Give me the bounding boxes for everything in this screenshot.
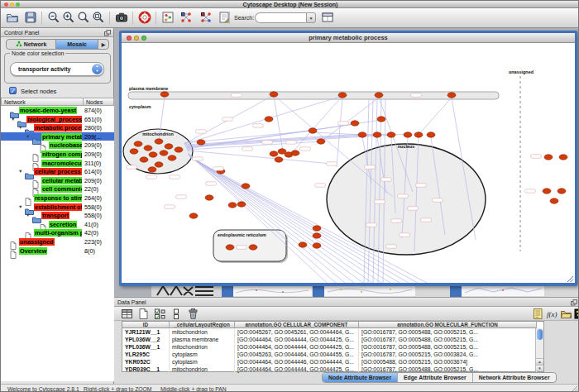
tree-row[interactable]: Overview8(0) [1, 246, 114, 256]
import-attributes-icon[interactable] [560, 308, 572, 320]
table-row[interactable]: YJR121W__1mitochondrion[GO:0045267, GO:0… [122, 328, 536, 336]
table-row[interactable]: YPL036W__1mitochondrion[GO:0044464, GO:0… [122, 343, 536, 351]
graph-node[interactable] [237, 202, 246, 207]
table-column-header[interactable]: annotation.GO MOLECULAR_FUNCTION [359, 322, 537, 328]
graph-node[interactable] [317, 139, 325, 144]
table-cell[interactable]: YDR039C__1 [122, 366, 170, 373]
table-cell[interactable]: plasma membrane [170, 336, 235, 343]
scrollbar-thumb[interactable] [537, 329, 543, 340]
disclosure-triangle-icon[interactable]: ▼ [11, 116, 15, 123]
network-canvas[interactable]: plasma membranecytoplasmmitochondrionnuc… [122, 43, 575, 283]
table-cell[interactable]: [GO:0016787, GO:0005488, GO:0005215, G..… [359, 336, 537, 343]
graph-node[interactable] [134, 141, 142, 146]
graph-node[interactable] [373, 132, 381, 137]
scroll-down-icon[interactable]: ▼ [536, 365, 543, 371]
open-icon[interactable] [6, 11, 21, 26]
disclosure-triangle-icon[interactable]: ▼ [18, 124, 22, 131]
table-cell[interactable]: mitochondrion [170, 343, 235, 351]
layout-nodes-icon[interactable] [179, 11, 194, 26]
graph-node[interactable] [275, 157, 283, 162]
tree-row[interactable]: cell communicati22(0) [1, 184, 114, 194]
tree-row[interactable]: ▼establishment of lo558(0) [1, 203, 114, 212]
graph-node[interactable] [155, 139, 163, 144]
zoom-in-icon[interactable] [62, 11, 77, 26]
graph-node[interactable] [447, 93, 456, 98]
graph-node[interactable] [165, 144, 173, 149]
graph-node[interactable] [265, 117, 273, 122]
tree-row[interactable]: ▼cellular process614(0) [1, 167, 114, 176]
graph-node[interactable] [543, 189, 551, 194]
graph-node[interactable] [338, 93, 347, 98]
annotation-icon[interactable] [218, 11, 232, 26]
table-column-header[interactable]: _cellularLayoutRegion [170, 322, 235, 328]
graph-node[interactable] [313, 233, 321, 238]
table-cell[interactable]: YPL036W__1 [122, 343, 170, 351]
table-scrollbar[interactable]: ▲▼ [535, 328, 543, 371]
tree-row[interactable]: ▼transport558(0) [1, 211, 114, 220]
new-attribute-icon[interactable] [137, 308, 150, 320]
tree-row[interactable]: macromolecule311(0) [1, 159, 114, 168]
graph-node[interactable] [377, 117, 385, 122]
graph-node[interactable] [168, 155, 176, 160]
attribute-matrix-icon[interactable] [574, 308, 579, 320]
graph-node[interactable] [550, 198, 558, 203]
graph-node[interactable] [140, 157, 148, 162]
graph-node[interactable] [226, 245, 234, 250]
disclosure-triangle-icon[interactable]: ▼ [26, 212, 30, 219]
layout-edges-icon[interactable] [199, 11, 214, 26]
graph-node[interactable] [249, 245, 257, 250]
graph-node[interactable] [309, 128, 317, 133]
float-panel-icon[interactable] [104, 30, 111, 39]
graph-node[interactable] [557, 189, 566, 194]
tab-edge-attribute-browser[interactable]: Edge Attribute Browser [397, 373, 472, 382]
graph-node[interactable] [242, 184, 250, 189]
graph-node[interactable] [559, 155, 567, 160]
table-cell[interactable]: [GO:0044464, GO:0044446, GO:0044444, G..… [235, 358, 359, 366]
select-attributes-icon[interactable] [154, 308, 166, 320]
scroll-up-icon[interactable]: ▲ [536, 358, 543, 365]
graph-node[interactable] [175, 147, 183, 152]
zoom-out-icon[interactable] [47, 11, 62, 26]
search-combo-arrow-icon[interactable]: ▼ [306, 12, 316, 23]
tree-row[interactable]: secretion41(0) [1, 220, 114, 229]
graph-node[interactable] [291, 151, 299, 155]
tree-row[interactable]: response to stimulu264(0) [1, 194, 114, 203]
delete-attribute-icon[interactable] [187, 308, 199, 320]
attribute-editor-icon[interactable] [321, 11, 336, 26]
graph-node[interactable] [313, 243, 321, 248]
graph-node[interactable] [358, 132, 366, 137]
graph-node[interactable] [149, 152, 157, 157]
graph-node[interactable] [205, 195, 213, 200]
tab-network-attribute-browser[interactable]: Network Attribute Browser [472, 373, 556, 382]
table-cell[interactable]: [GO:0016787, GO:0005488, GO:0005215, G..… [359, 328, 537, 336]
graph-node[interactable] [130, 149, 138, 154]
zoom-fit-icon[interactable] [77, 11, 92, 26]
graph-node[interactable] [414, 132, 423, 137]
table-cell[interactable]: cytoplasm [170, 358, 235, 366]
tree-row[interactable]: ▼biological_process651(0) [1, 115, 114, 124]
tree-row[interactable]: ▼metabolic process280(0) [1, 123, 114, 132]
table-cell[interactable]: [GO:0005488, GO:0005215, GO:0003674] [359, 358, 537, 366]
report-icon[interactable] [532, 308, 544, 320]
table-cell[interactable]: YLR295C [122, 351, 170, 358]
graph-node[interactable] [155, 162, 163, 167]
table-cell[interactable]: [GO:0045267, GO:0045261, GO:0044464, G..… [235, 328, 359, 336]
attr-table-icon[interactable] [121, 308, 133, 320]
graph-node[interactable] [544, 155, 553, 160]
vizmapper-icon[interactable] [161, 11, 176, 26]
select-nodes-checkbox[interactable]: ✓ [9, 87, 17, 94]
unselect-attributes-icon[interactable] [170, 308, 183, 320]
graph-node[interactable] [228, 203, 237, 208]
tree-row[interactable]: cellular metabol209(0) [1, 176, 114, 185]
graph-node[interactable] [270, 151, 278, 156]
graph-node[interactable] [427, 132, 435, 137]
tab-node-attribute-browser[interactable]: Node Attribute Browser [323, 373, 397, 382]
table-cell[interactable]: mitochondrion [170, 366, 235, 373]
table-cell[interactable]: cytoplasm [170, 351, 235, 358]
snapshot-icon[interactable] [115, 11, 130, 26]
app-resize-grip-icon[interactable] [571, 385, 578, 392]
table-cell[interactable]: mitochondrion [170, 328, 235, 336]
graph-node[interactable] [160, 151, 168, 155]
tabs-overflow-arrow-icon[interactable]: ▶ [98, 40, 108, 49]
disclosure-triangle-icon[interactable]: ▼ [18, 168, 22, 175]
